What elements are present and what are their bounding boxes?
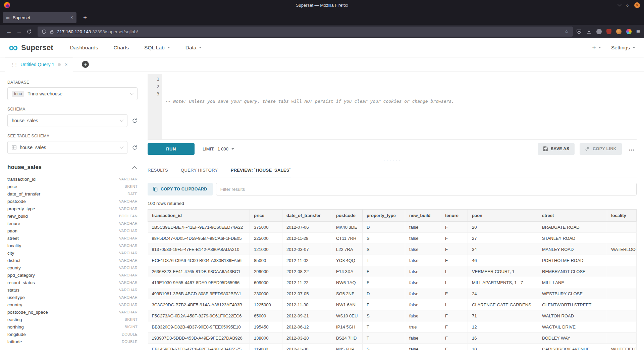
- column-header[interactable]: locality: [607, 210, 637, 222]
- window-minimize-icon[interactable]: [618, 2, 621, 6]
- table-cell: L: [441, 277, 468, 288]
- table-cell: 138000: [250, 333, 282, 344]
- column-name: price: [7, 184, 17, 189]
- save-as-button[interactable]: SAVE AS: [538, 143, 575, 155]
- window-close-icon[interactable]: ×: [634, 2, 640, 8]
- nav-charts[interactable]: Charts: [113, 45, 129, 51]
- rows-returned-label: 100 rows returned: [148, 201, 637, 206]
- copy-link-button[interactable]: COPY LINK: [580, 143, 622, 155]
- pane-splitter-handle[interactable]: • • • • • •: [148, 158, 637, 163]
- table-cell: 98F5DC47-0D05-4D59-95B7-98CA6F1FDE05: [148, 233, 250, 244]
- new-query-tab-button[interactable]: +: [82, 61, 89, 68]
- drag-handle-icon[interactable]: ⋮⋮: [10, 62, 17, 67]
- table-cell: 46: [468, 255, 538, 266]
- query-tabs-bar: ⋮⋮ Untitled Query 1 × +: [0, 57, 644, 72]
- table-cell: S: [363, 310, 405, 321]
- column-header[interactable]: new_build: [405, 210, 441, 222]
- table-cell: MILL APARTMENTS, 1 - 7: [468, 277, 538, 288]
- filter-results-input[interactable]: [216, 183, 637, 195]
- column-type: VARCHAR: [119, 303, 138, 307]
- table-cell: F: [441, 321, 468, 333]
- downloads-icon[interactable]: [586, 29, 592, 34]
- schema-column-row: street VARCHAR: [7, 234, 138, 242]
- hamburger-menu-icon[interactable]: ≡: [636, 28, 640, 35]
- superset-logo-icon[interactable]: ∞: [9, 42, 18, 52]
- table-cell: IP14 5GH: [332, 321, 363, 333]
- column-header[interactable]: street: [538, 210, 607, 222]
- nav-data[interactable]: Data: [185, 45, 202, 51]
- column-type: VARCHAR: [119, 229, 138, 233]
- new-tab-button[interactable]: +: [80, 14, 90, 21]
- chevron-down-icon: [120, 145, 123, 148]
- editor-code-area[interactable]: -- Note: Unless you save your query, the…: [162, 74, 637, 139]
- url-field[interactable]: 217.160.120.143:32393/superset/sqllab/ ☆: [38, 27, 573, 37]
- schema-column-row: property_type VARCHAR: [7, 205, 138, 212]
- query-tab-untitled[interactable]: ⋮⋮ Untitled Query 1 ×: [5, 57, 73, 72]
- table-cell: 419E1030-9A55-4467-8DA9-9FED95D65966: [148, 277, 250, 288]
- firefox-logo-icon: [4, 2, 10, 8]
- column-header[interactable]: paon: [468, 210, 538, 222]
- table-cell: 193907D3-5DBD-453D-A49E-9FEE27DAB926: [148, 333, 250, 344]
- forward-button[interactable]: →: [14, 28, 24, 35]
- query-tab-close-icon[interactable]: ×: [65, 62, 67, 67]
- sql-editor[interactable]: 123 -- Note: Unless you save your query,…: [148, 74, 637, 140]
- ublock-shield-icon[interactable]: [606, 29, 611, 34]
- copy-to-clipboard-button[interactable]: COPY TO CLIPBOARD: [148, 183, 213, 195]
- schema-select[interactable]: house_sales: [7, 114, 127, 127]
- more-options-button[interactable]: ...: [627, 145, 637, 152]
- window-maximize-icon[interactable]: ◇: [626, 3, 629, 7]
- table-row: 1B5C39ED-BE7F-41EF-9E71-9C60EED74A22 375…: [148, 222, 637, 233]
- tab-close-icon[interactable]: ×: [70, 15, 73, 20]
- table-cell: MK40 3DE: [332, 222, 363, 233]
- settings-menu[interactable]: Settings: [611, 45, 635, 51]
- table-cell: WS10 0EU: [332, 310, 363, 321]
- table-cell: 2012-07-06: [282, 222, 332, 233]
- table-cell: 230000: [250, 288, 282, 299]
- tab-preview-house-sales[interactable]: PREVIEW: `HOUSE_SALES`: [231, 163, 291, 177]
- table-cell: true: [405, 321, 441, 333]
- schema-column-row: locality VARCHAR: [7, 242, 138, 249]
- schema-column-row: price BIGINT: [7, 183, 138, 190]
- bookmark-star-icon[interactable]: ☆: [564, 29, 569, 35]
- extension-pinwheel-icon[interactable]: [626, 29, 632, 34]
- table-schema-title[interactable]: house_sales: [7, 164, 42, 171]
- limit-label: LIMIT:: [203, 146, 214, 151]
- run-button[interactable]: RUN: [148, 143, 195, 155]
- extension-icon[interactable]: [596, 29, 602, 34]
- tracking-shield-icon[interactable]: [42, 29, 47, 34]
- column-header[interactable]: transaction_id: [148, 210, 250, 222]
- profile-avatar-icon[interactable]: [616, 29, 622, 34]
- table-cell: F: [441, 255, 468, 266]
- superset-header: ∞ Superset Dashboards Charts SQL Lab Dat…: [0, 38, 644, 57]
- tab-query-history[interactable]: QUERY HISTORY: [181, 163, 218, 177]
- schema-column-row: date_of_transfer DATE: [7, 190, 138, 198]
- add-new-button[interactable]: +: [592, 44, 601, 51]
- refresh-schemas-icon[interactable]: [132, 118, 138, 124]
- table-cell: F: [441, 233, 468, 244]
- brand-name[interactable]: Superset: [21, 43, 53, 52]
- database-select[interactable]: trino Trino warehouse: [7, 87, 138, 100]
- collapse-chevron-up-icon[interactable]: [132, 166, 137, 170]
- pocket-icon[interactable]: [576, 29, 582, 34]
- site-security-icon[interactable]: [50, 30, 54, 34]
- table-cell: false: [405, 299, 441, 310]
- table-cell: [607, 288, 637, 299]
- reload-button[interactable]: [24, 29, 34, 34]
- table-select[interactable]: house_sales: [7, 141, 127, 154]
- table-cell: 299000: [250, 266, 282, 277]
- column-header[interactable]: price: [250, 210, 282, 222]
- refresh-tables-icon[interactable]: [132, 145, 138, 150]
- back-button[interactable]: ←: [4, 28, 14, 35]
- table-cell: [607, 321, 637, 333]
- column-header[interactable]: tenure: [441, 210, 468, 222]
- nav-dashboards[interactable]: Dashboards: [70, 45, 98, 51]
- browser-tab-superset[interactable]: ∞ Superset ×: [3, 12, 76, 23]
- nav-sql-lab[interactable]: SQL Lab: [144, 45, 170, 51]
- table-cell: 27: [468, 233, 538, 244]
- column-header[interactable]: property_type: [363, 210, 405, 222]
- tab-results[interactable]: RESULTS: [148, 163, 168, 177]
- column-name: street: [7, 236, 19, 241]
- column-header[interactable]: postcode: [332, 210, 363, 222]
- limit-dropdown[interactable]: LIMIT: 1 000: [203, 146, 234, 151]
- column-header[interactable]: date_of_transfer: [282, 210, 332, 222]
